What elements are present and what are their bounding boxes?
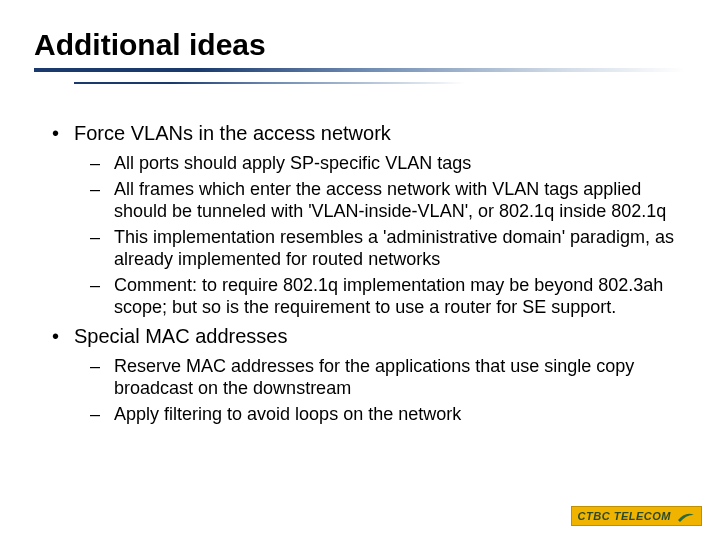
- list-item: • Force VLANs in the access network: [46, 120, 686, 146]
- swoosh-icon: [677, 509, 695, 523]
- list-item: – All frames which enter the access netw…: [46, 178, 686, 223]
- bullet-marker: •: [46, 120, 74, 146]
- dash-marker: –: [90, 274, 114, 319]
- dash-marker: –: [90, 226, 114, 271]
- list-item: – Reserve MAC addresses for the applicat…: [46, 355, 686, 400]
- bullet-text: This implementation resembles a 'adminis…: [114, 226, 686, 271]
- bullet-text: Force VLANs in the access network: [74, 120, 686, 146]
- content-area: • Force VLANs in the access network – Al…: [34, 120, 686, 425]
- bullet-text: Special MAC addresses: [74, 323, 686, 349]
- dash-marker: –: [90, 152, 114, 175]
- list-item: – This implementation resembles a 'admin…: [46, 226, 686, 271]
- bullet-text: All frames which enter the access networ…: [114, 178, 686, 223]
- slide: Additional ideas • Force VLANs in the ac…: [0, 0, 720, 425]
- list-item: • Special MAC addresses: [46, 323, 686, 349]
- sub-divider: [74, 82, 465, 84]
- bullet-text: Apply filtering to avoid loops on the ne…: [114, 403, 686, 426]
- list-item: – Comment: to require 802.1q implementat…: [46, 274, 686, 319]
- logo-text: CTBC TELECOM: [578, 510, 671, 522]
- dash-marker: –: [90, 355, 114, 400]
- bullet-text: All ports should apply SP-specific VLAN …: [114, 152, 686, 175]
- bullet-text: Comment: to require 802.1q implementatio…: [114, 274, 686, 319]
- bullet-text: Reserve MAC addresses for the applicatio…: [114, 355, 686, 400]
- logo-box: CTBC TELECOM: [571, 506, 702, 526]
- list-item: – All ports should apply SP-specific VLA…: [46, 152, 686, 175]
- list-item: – Apply filtering to avoid loops on the …: [46, 403, 686, 426]
- dash-marker: –: [90, 178, 114, 223]
- slide-title: Additional ideas: [34, 28, 686, 62]
- company-logo: CTBC TELECOM: [571, 506, 702, 526]
- title-divider: [34, 68, 686, 72]
- bullet-marker: •: [46, 323, 74, 349]
- dash-marker: –: [90, 403, 114, 426]
